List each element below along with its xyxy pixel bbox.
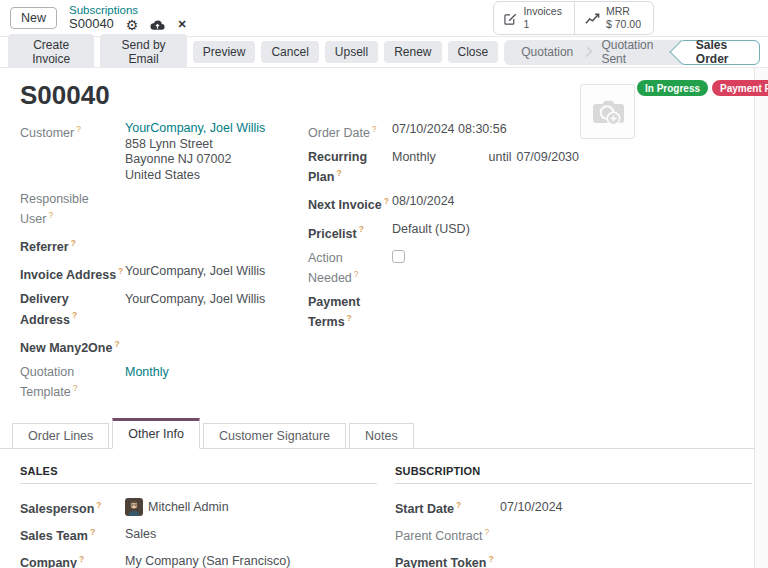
field-company[interactable]: Company My Company (San Francisco) bbox=[20, 551, 377, 568]
field-label: Delivery Address bbox=[20, 291, 125, 327]
field-start-date[interactable]: Start Date 07/10/2024 bbox=[395, 497, 752, 517]
field-label: Responsible User bbox=[20, 191, 125, 227]
field-invoice-address[interactable]: Invoice Address YourCompany, Joel Willis bbox=[20, 263, 308, 283]
field-recurring-plan[interactable]: Recurring Plan Monthly until 07/09/2030 bbox=[308, 149, 583, 185]
customer-address-line: Bayonne NJ 07002 bbox=[125, 152, 265, 168]
discard-icon[interactable]: ✕ bbox=[177, 18, 186, 31]
stat-buttons: Invoices 1 MRR $ 70.00 bbox=[493, 1, 654, 34]
status-step-quotation-sent[interactable]: Quotation Sent bbox=[588, 38, 672, 66]
renew-button[interactable]: Renew bbox=[384, 41, 441, 63]
field-next-invoice[interactable]: Next Invoice 08/10/2024 bbox=[308, 193, 583, 213]
preview-button[interactable]: Preview bbox=[193, 41, 256, 63]
form-sheet: In Progress Payment Failure S00040 Custo… bbox=[0, 68, 755, 568]
stat-mrr-value: $ 70.00 bbox=[606, 18, 641, 31]
quotation-template-link[interactable]: Monthly bbox=[125, 364, 169, 380]
breadcrumb-current: S00040 bbox=[69, 17, 114, 32]
field-action-needed: Action Needed bbox=[308, 250, 583, 286]
field-customer: Customer YourCompany, Joel Willis 858 Ly… bbox=[20, 121, 308, 183]
field-referrer[interactable]: Referrer bbox=[20, 235, 308, 255]
field-parent-contract: Parent Contract bbox=[395, 524, 752, 544]
field-value: YourCompany, Joel Willis 858 Lynn Street… bbox=[125, 121, 265, 183]
field-new-many2one[interactable]: New Many2One bbox=[20, 336, 308, 356]
field-pricelist[interactable]: Pricelist Default (USD) bbox=[308, 221, 583, 241]
field-delivery-address[interactable]: Delivery Address YourCompany, Joel Willi… bbox=[20, 291, 308, 327]
field-label: Sales Team bbox=[20, 524, 125, 544]
control-panel: New Subscriptions S00040 ⚙ ✕ Invoices 1 bbox=[0, 0, 768, 37]
status-badges: In Progress Payment Failure bbox=[637, 80, 768, 96]
customer-address-line: 858 Lynn Street bbox=[125, 137, 265, 153]
field-label: Salesperson bbox=[20, 497, 125, 517]
field-label: Pricelist bbox=[308, 221, 392, 241]
field-order-date: Order Date 07/10/2024 08:30:56 bbox=[308, 121, 583, 141]
close-button[interactable]: Close bbox=[448, 41, 499, 63]
sales-section-title: SALES bbox=[20, 465, 377, 484]
mrr-chart-icon bbox=[585, 12, 600, 25]
status-bar: Quotation Quotation Sent Sales Order bbox=[504, 40, 760, 65]
field-label: Start Date bbox=[395, 497, 500, 517]
tab-notes[interactable]: Notes bbox=[349, 423, 414, 448]
field-label: Recurring Plan bbox=[308, 149, 392, 185]
field-quotation-template: Quotation Template Monthly bbox=[20, 364, 308, 400]
tab-content-other-info: SALES Salesperson Mitchell Admin Sales T… bbox=[0, 449, 754, 568]
camera-plus-icon bbox=[590, 97, 626, 127]
field-label: Next Invoice bbox=[308, 193, 392, 213]
stat-invoices-label: Invoices bbox=[523, 5, 562, 18]
field-responsible-user[interactable]: Responsible User bbox=[20, 191, 308, 227]
action-needed-checkbox[interactable] bbox=[392, 250, 405, 263]
field-payment-token[interactable]: Payment Token bbox=[395, 551, 752, 568]
subscription-section: SUBSCRIPTION Start Date 07/10/2024 Paren… bbox=[395, 465, 752, 568]
field-column-left: Customer YourCompany, Joel Willis 858 Ly… bbox=[20, 121, 308, 408]
stat-invoices-value: 1 bbox=[523, 18, 562, 31]
breadcrumb: Subscriptions S00040 ⚙ ✕ bbox=[69, 4, 187, 32]
subscription-section-title: SUBSCRIPTION bbox=[395, 465, 752, 484]
new-button[interactable]: New bbox=[10, 7, 57, 29]
field-label: New Many2One bbox=[20, 336, 125, 356]
salesperson-avatar bbox=[125, 498, 143, 516]
field-grid: Customer YourCompany, Joel Willis 858 Ly… bbox=[0, 121, 754, 408]
field-label: Payment Token bbox=[395, 551, 500, 568]
upsell-button[interactable]: Upsell bbox=[325, 41, 378, 63]
field-sales-team[interactable]: Sales Team Sales bbox=[20, 524, 377, 544]
field-label: Referrer bbox=[20, 235, 125, 255]
status-step-sales-order[interactable]: Sales Order bbox=[679, 40, 760, 65]
until-date[interactable]: 07/09/2030 bbox=[516, 149, 579, 165]
gear-icon[interactable]: ⚙ bbox=[126, 18, 139, 32]
stat-button-invoices[interactable]: Invoices 1 bbox=[494, 2, 574, 33]
customer-address-line: United States bbox=[125, 168, 265, 184]
field-label: Quotation Template bbox=[20, 364, 125, 400]
customer-link[interactable]: YourCompany, Joel Willis bbox=[125, 121, 265, 137]
field-label: Parent Contract bbox=[395, 524, 500, 544]
action-bar: Create Invoice Send by Email Preview Can… bbox=[0, 37, 768, 68]
send-by-email-button[interactable]: Send by Email bbox=[100, 34, 186, 70]
notebook-tabs: Order Lines Other Info Customer Signatur… bbox=[0, 418, 754, 449]
until-label: until bbox=[489, 149, 512, 165]
tab-customer-signature[interactable]: Customer Signature bbox=[203, 423, 346, 448]
stat-button-mrr[interactable]: MRR $ 70.00 bbox=[574, 2, 653, 33]
field-label: Company bbox=[20, 551, 125, 568]
in-progress-badge: In Progress bbox=[637, 80, 708, 96]
field-label: Action Needed bbox=[308, 250, 392, 286]
tab-other-info[interactable]: Other Info bbox=[112, 418, 200, 449]
cloud-save-icon[interactable] bbox=[150, 19, 165, 31]
invoices-edit-icon bbox=[504, 12, 517, 25]
stat-mrr-label: MRR bbox=[606, 5, 641, 18]
cancel-button[interactable]: Cancel bbox=[261, 41, 318, 63]
sales-section: SALES Salesperson Mitchell Admin Sales T… bbox=[20, 465, 377, 568]
create-invoice-button[interactable]: Create Invoice bbox=[8, 34, 94, 70]
field-label: Invoice Address bbox=[20, 263, 125, 283]
image-upload-placeholder[interactable] bbox=[580, 84, 635, 139]
field-payment-terms[interactable]: Payment Terms bbox=[308, 294, 583, 330]
field-column-right: Order Date 07/10/2024 08:30:56 Recurring… bbox=[308, 121, 583, 408]
field-label: Order Date bbox=[308, 121, 392, 141]
status-step-quotation[interactable]: Quotation bbox=[508, 45, 586, 59]
tab-order-lines[interactable]: Order Lines bbox=[12, 423, 109, 448]
payment-failure-badge: Payment Failure bbox=[712, 80, 768, 96]
field-salesperson[interactable]: Salesperson Mitchell Admin bbox=[20, 497, 377, 517]
field-label: Payment Terms bbox=[308, 294, 392, 330]
field-label: Customer bbox=[20, 121, 125, 141]
